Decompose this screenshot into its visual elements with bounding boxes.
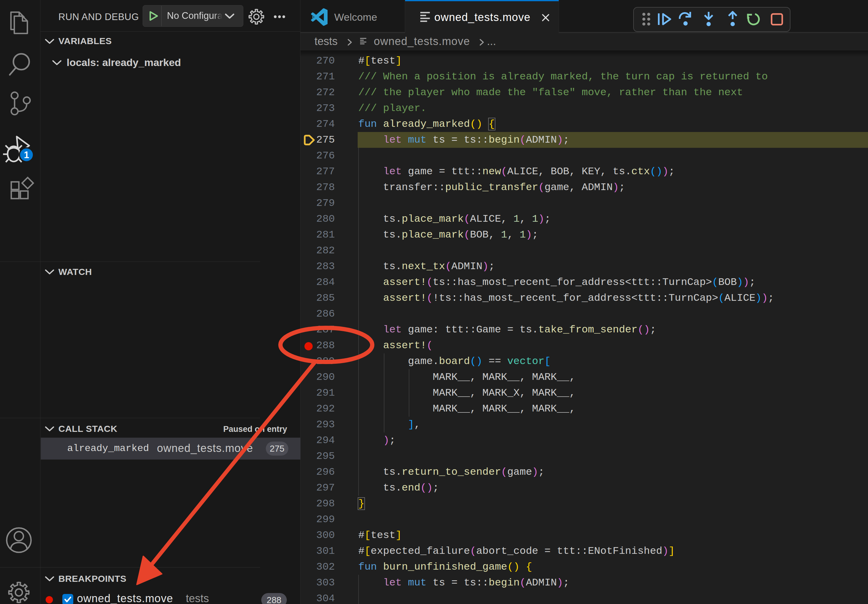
svg-text:1: 1 xyxy=(24,150,29,160)
